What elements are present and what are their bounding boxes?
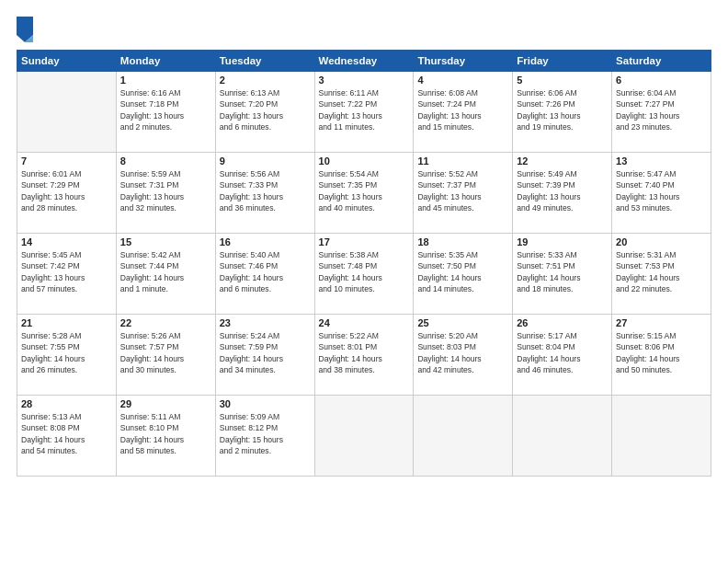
day-cell: 29Sunrise: 5:11 AM Sunset: 8:10 PM Dayli… <box>116 396 215 477</box>
logo <box>17 17 37 42</box>
day-cell: 6Sunrise: 6:04 AM Sunset: 7:27 PM Daylig… <box>612 72 711 153</box>
day-info: Sunrise: 5:40 AM Sunset: 7:46 PM Dayligh… <box>220 249 311 295</box>
day-cell: 22Sunrise: 5:26 AM Sunset: 7:57 PM Dayli… <box>116 315 215 396</box>
day-cell: 9Sunrise: 5:56 AM Sunset: 7:33 PM Daylig… <box>215 153 314 234</box>
day-cell: 24Sunrise: 5:22 AM Sunset: 8:01 PM Dayli… <box>314 315 414 396</box>
day-number: 20 <box>616 236 707 247</box>
weekday-saturday: Saturday <box>612 51 711 72</box>
calendar-body: 1Sunrise: 6:16 AM Sunset: 7:18 PM Daylig… <box>17 72 711 477</box>
day-cell <box>513 396 612 477</box>
day-info: Sunrise: 5:11 AM Sunset: 8:10 PM Dayligh… <box>120 411 211 457</box>
calendar-table: SundayMondayTuesdayWednesdayThursdayFrid… <box>17 50 711 477</box>
day-number: 30 <box>220 398 311 409</box>
day-cell: 19Sunrise: 5:33 AM Sunset: 7:51 PM Dayli… <box>513 234 612 315</box>
day-info: Sunrise: 5:15 AM Sunset: 8:06 PM Dayligh… <box>616 330 707 376</box>
day-info: Sunrise: 6:06 AM Sunset: 7:26 PM Dayligh… <box>517 87 608 133</box>
day-cell: 4Sunrise: 6:08 AM Sunset: 7:24 PM Daylig… <box>414 72 513 153</box>
week-row-3: 14Sunrise: 5:45 AM Sunset: 7:42 PM Dayli… <box>17 234 711 315</box>
day-cell: 30Sunrise: 5:09 AM Sunset: 8:12 PM Dayli… <box>215 396 314 477</box>
page: SundayMondayTuesdayWednesdayThursdayFrid… <box>0 0 728 563</box>
day-cell: 26Sunrise: 5:17 AM Sunset: 8:04 PM Dayli… <box>513 315 612 396</box>
day-number: 11 <box>417 155 508 167</box>
day-number: 29 <box>120 398 211 409</box>
day-info: Sunrise: 6:13 AM Sunset: 7:20 PM Dayligh… <box>220 87 311 133</box>
day-cell: 14Sunrise: 5:45 AM Sunset: 7:42 PM Dayli… <box>17 234 117 315</box>
day-number: 23 <box>220 317 311 328</box>
day-info: Sunrise: 5:52 AM Sunset: 7:37 PM Dayligh… <box>417 168 508 214</box>
day-cell: 15Sunrise: 5:42 AM Sunset: 7:44 PM Dayli… <box>116 234 215 315</box>
weekday-header-row: SundayMondayTuesdayWednesdayThursdayFrid… <box>17 51 711 72</box>
day-info: Sunrise: 5:24 AM Sunset: 7:59 PM Dayligh… <box>220 330 311 376</box>
day-number: 9 <box>220 155 311 167</box>
day-info: Sunrise: 5:22 AM Sunset: 8:01 PM Dayligh… <box>319 330 410 376</box>
day-info: Sunrise: 6:08 AM Sunset: 7:24 PM Dayligh… <box>417 87 508 133</box>
week-row-1: 1Sunrise: 6:16 AM Sunset: 7:18 PM Daylig… <box>17 72 711 153</box>
day-cell: 27Sunrise: 5:15 AM Sunset: 8:06 PM Dayli… <box>612 315 711 396</box>
day-cell: 8Sunrise: 5:59 AM Sunset: 7:31 PM Daylig… <box>116 153 215 234</box>
day-cell: 16Sunrise: 5:40 AM Sunset: 7:46 PM Dayli… <box>215 234 314 315</box>
day-info: Sunrise: 5:35 AM Sunset: 7:50 PM Dayligh… <box>417 249 508 295</box>
day-number: 26 <box>517 317 608 328</box>
day-info: Sunrise: 5:42 AM Sunset: 7:44 PM Dayligh… <box>120 249 211 295</box>
day-info: Sunrise: 6:01 AM Sunset: 7:29 PM Dayligh… <box>21 168 112 214</box>
day-info: Sunrise: 5:20 AM Sunset: 8:03 PM Dayligh… <box>417 330 508 376</box>
day-cell: 25Sunrise: 5:20 AM Sunset: 8:03 PM Dayli… <box>414 315 513 396</box>
day-number: 5 <box>517 75 608 86</box>
day-info: Sunrise: 5:47 AM Sunset: 7:40 PM Dayligh… <box>616 168 707 214</box>
day-cell: 21Sunrise: 5:28 AM Sunset: 7:55 PM Dayli… <box>17 315 117 396</box>
day-cell <box>612 396 711 477</box>
day-info: Sunrise: 6:16 AM Sunset: 7:18 PM Dayligh… <box>120 87 211 133</box>
day-number: 21 <box>21 317 112 328</box>
day-number: 8 <box>120 155 211 167</box>
day-info: Sunrise: 5:59 AM Sunset: 7:31 PM Dayligh… <box>120 168 211 214</box>
day-info: Sunrise: 5:17 AM Sunset: 8:04 PM Dayligh… <box>517 330 608 376</box>
day-number: 6 <box>616 75 707 86</box>
day-number: 15 <box>120 236 211 247</box>
day-cell: 23Sunrise: 5:24 AM Sunset: 7:59 PM Dayli… <box>215 315 314 396</box>
day-number: 12 <box>517 155 608 167</box>
day-number: 18 <box>417 236 508 247</box>
week-row-2: 7Sunrise: 6:01 AM Sunset: 7:29 PM Daylig… <box>17 153 711 234</box>
weekday-thursday: Thursday <box>414 51 513 72</box>
day-number: 22 <box>120 317 211 328</box>
day-cell: 18Sunrise: 5:35 AM Sunset: 7:50 PM Dayli… <box>414 234 513 315</box>
day-cell: 13Sunrise: 5:47 AM Sunset: 7:40 PM Dayli… <box>612 153 711 234</box>
day-info: Sunrise: 5:28 AM Sunset: 7:55 PM Dayligh… <box>21 330 112 376</box>
day-number: 3 <box>319 75 410 86</box>
day-info: Sunrise: 5:09 AM Sunset: 8:12 PM Dayligh… <box>220 411 311 457</box>
calendar-header: SundayMondayTuesdayWednesdayThursdayFrid… <box>17 51 711 72</box>
day-info: Sunrise: 5:49 AM Sunset: 7:39 PM Dayligh… <box>517 168 608 214</box>
day-number: 27 <box>616 317 707 328</box>
weekday-friday: Friday <box>513 51 612 72</box>
header <box>17 17 711 42</box>
weekday-tuesday: Tuesday <box>215 51 314 72</box>
day-number: 14 <box>21 236 112 247</box>
week-row-5: 28Sunrise: 5:13 AM Sunset: 8:08 PM Dayli… <box>17 396 711 477</box>
day-info: Sunrise: 5:45 AM Sunset: 7:42 PM Dayligh… <box>21 249 112 295</box>
day-cell: 7Sunrise: 6:01 AM Sunset: 7:29 PM Daylig… <box>17 153 117 234</box>
day-cell: 20Sunrise: 5:31 AM Sunset: 7:53 PM Dayli… <box>612 234 711 315</box>
day-cell: 1Sunrise: 6:16 AM Sunset: 7:18 PM Daylig… <box>116 72 215 153</box>
day-info: Sunrise: 5:38 AM Sunset: 7:48 PM Dayligh… <box>319 249 410 295</box>
day-info: Sunrise: 6:04 AM Sunset: 7:27 PM Dayligh… <box>616 87 707 133</box>
day-cell: 11Sunrise: 5:52 AM Sunset: 7:37 PM Dayli… <box>414 153 513 234</box>
day-info: Sunrise: 5:54 AM Sunset: 7:35 PM Dayligh… <box>319 168 410 214</box>
day-number: 10 <box>319 155 410 167</box>
day-number: 16 <box>220 236 311 247</box>
day-number: 25 <box>417 317 508 328</box>
day-number: 2 <box>220 75 311 86</box>
day-cell: 5Sunrise: 6:06 AM Sunset: 7:26 PM Daylig… <box>513 72 612 153</box>
day-number: 19 <box>517 236 608 247</box>
logo-icon <box>17 17 33 42</box>
weekday-monday: Monday <box>116 51 215 72</box>
day-number: 13 <box>616 155 707 167</box>
weekday-wednesday: Wednesday <box>314 51 414 72</box>
day-number: 4 <box>417 75 508 86</box>
day-cell: 2Sunrise: 6:13 AM Sunset: 7:20 PM Daylig… <box>215 72 314 153</box>
day-cell <box>17 72 117 153</box>
day-info: Sunrise: 5:13 AM Sunset: 8:08 PM Dayligh… <box>21 411 112 457</box>
day-cell <box>414 396 513 477</box>
day-info: Sunrise: 5:33 AM Sunset: 7:51 PM Dayligh… <box>517 249 608 295</box>
day-info: Sunrise: 5:56 AM Sunset: 7:33 PM Dayligh… <box>220 168 311 214</box>
day-cell <box>314 396 414 477</box>
